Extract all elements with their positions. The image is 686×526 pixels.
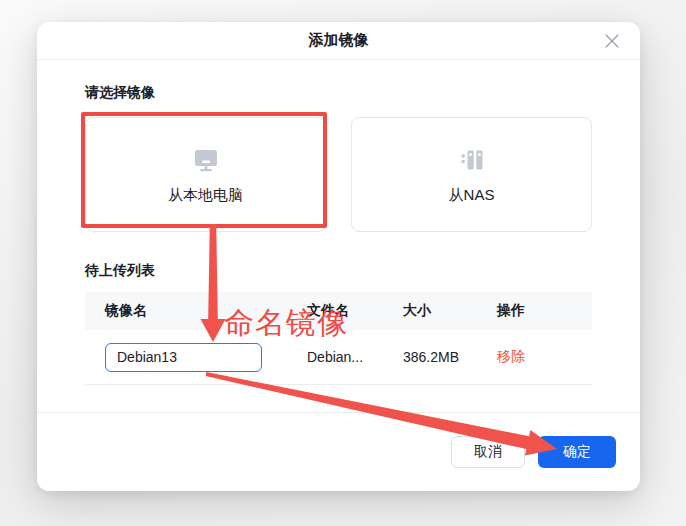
source-local-computer[interactable]: 从本地电脑 xyxy=(85,117,326,232)
source-local-computer-label: 从本地电脑 xyxy=(168,186,243,205)
dialog-footer: 取消 确定 xyxy=(37,412,640,491)
monitor-icon xyxy=(191,145,221,175)
source-options: 从本地电脑 从NAS xyxy=(85,117,592,232)
source-nas-label: 从NAS xyxy=(449,186,495,205)
col-file-name: 文件名 xyxy=(307,302,403,320)
dialog-body: 请选择镜像 从本地电脑 xyxy=(37,60,640,385)
confirm-button[interactable]: 确定 xyxy=(538,436,616,468)
upload-list-label: 待上传列表 xyxy=(85,262,592,280)
upload-table: 镜像名 文件名 大小 操作 Debian... 386.2MB 移除 xyxy=(85,292,592,385)
close-icon[interactable] xyxy=(604,33,620,49)
col-size: 大小 xyxy=(403,302,497,320)
dialog-title: 添加镜像 xyxy=(309,31,369,50)
dialog-header: 添加镜像 xyxy=(37,22,640,60)
add-image-dialog: 添加镜像 请选择镜像 从本地电脑 xyxy=(37,22,640,491)
col-image-name: 镜像名 xyxy=(105,302,307,320)
table-row: Debian... 386.2MB 移除 xyxy=(85,330,592,385)
table-header: 镜像名 文件名 大小 操作 xyxy=(85,292,592,330)
select-image-label: 请选择镜像 xyxy=(85,84,592,102)
remove-link[interactable]: 移除 xyxy=(497,348,572,366)
nas-icon xyxy=(457,145,487,175)
image-name-input[interactable] xyxy=(105,343,262,372)
col-action: 操作 xyxy=(497,302,572,320)
cancel-button[interactable]: 取消 xyxy=(451,436,525,468)
source-nas[interactable]: 从NAS xyxy=(351,117,592,232)
size-cell: 386.2MB xyxy=(403,349,497,365)
file-name-cell: Debian... xyxy=(307,349,403,365)
